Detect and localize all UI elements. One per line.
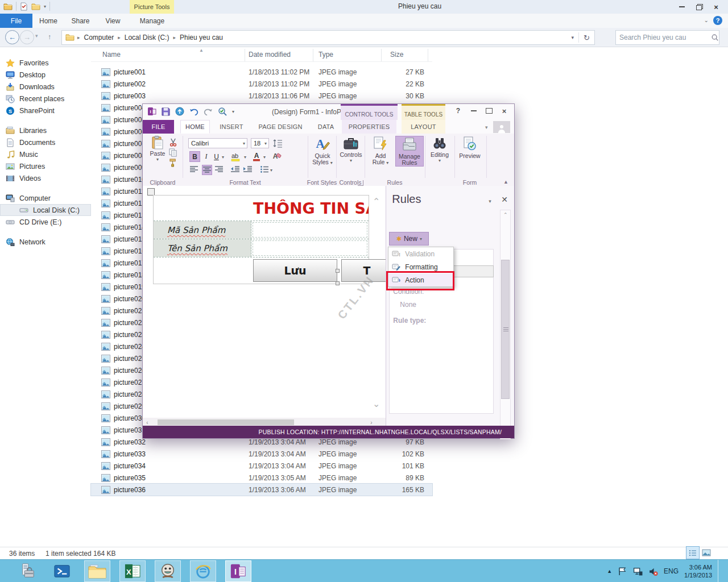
sidebar-item-network[interactable]: Network <box>0 236 91 248</box>
refresh-icon[interactable]: ↻ <box>579 34 594 42</box>
menu-item-validation[interactable]: ! Validation <box>388 247 453 260</box>
field-label-cell[interactable]: Tên Sản Phẩm <box>154 239 251 257</box>
tab-properties[interactable]: PROPERTIES <box>342 120 396 134</box>
preview-button[interactable]: Preview <box>457 136 483 159</box>
breadcrumb-local-disk[interactable]: Local Disk (C:) <box>122 34 172 41</box>
pane-scrollbar[interactable]: ⌃ ⌄ <box>500 210 511 439</box>
controls-button[interactable]: Controls▾ <box>338 136 363 163</box>
tab-file[interactable]: FILE <box>143 120 174 134</box>
taskbar-button-infopath[interactable]: I <box>225 560 251 582</box>
restore-button[interactable] <box>690 1 708 13</box>
tab-home[interactable]: Home <box>32 14 64 28</box>
quick-publish-icon[interactable] <box>175 107 184 116</box>
help-icon[interactable]: ? <box>450 105 466 117</box>
text-field[interactable] <box>253 240 367 256</box>
help-icon[interactable]: ? <box>713 16 722 25</box>
qat-customize-chevron-icon[interactable]: ▾ <box>44 4 46 9</box>
search-input[interactable] <box>616 34 711 41</box>
breadcrumb[interactable]: ▸ Computer ▸ Local Disk (C:) ▸ Phieu yeu… <box>61 30 595 45</box>
pane-close-icon[interactable]: ✕ <box>501 195 508 204</box>
tab-page-design[interactable]: PAGE DESIGN <box>254 120 307 134</box>
scrollbar-thumb[interactable] <box>158 419 294 425</box>
qat-customize-chevron-icon[interactable]: ▾ <box>232 109 234 114</box>
column-header-name[interactable]: Name <box>102 51 121 59</box>
decrease-indent-icon[interactable] <box>230 165 240 173</box>
tab-insert[interactable]: INSERT <box>216 120 247 134</box>
text-field[interactable] <box>253 222 367 238</box>
tab-layout[interactable]: LAYOUT <box>402 120 445 134</box>
sidebar-item-pictures[interactable]: Pictures <box>0 160 91 172</box>
new-folder-icon[interactable] <box>31 3 40 10</box>
breadcrumb-chevron-icon[interactable]: ▸ <box>76 35 82 40</box>
file-row[interactable]: picture0341/19/2013 3:04 AMJPEG image101… <box>91 460 432 472</box>
align-left-icon[interactable] <box>189 165 198 173</box>
underline-chevron-icon[interactable]: ▾ <box>222 155 224 160</box>
search-icon[interactable] <box>711 34 719 41</box>
search-box[interactable] <box>615 30 719 45</box>
save-icon[interactable] <box>162 107 170 116</box>
ribbon-options-chevron-icon[interactable]: ▾ <box>485 124 488 130</box>
picture-tools-contextual-tab[interactable]: Picture Tools <box>130 0 174 14</box>
taskbar-button-custom-app[interactable] <box>155 560 181 582</box>
sidebar-item-music[interactable]: Music <box>0 148 91 160</box>
file-row[interactable]: picture0331/19/2013 3:04 AMJPEG image102… <box>91 448 432 460</box>
column-header-size[interactable]: Size <box>390 51 403 59</box>
controls-dialog-launcher-icon[interactable] <box>358 180 363 186</box>
increase-indent-icon[interactable] <box>243 165 253 173</box>
explorer-app-icon[interactable] <box>3 2 13 10</box>
forward-button[interactable]: → <box>20 30 34 44</box>
breadcrumb-current-folder[interactable]: Phieu yeu cau <box>177 34 225 41</box>
close-button[interactable]: × <box>497 105 512 117</box>
form-design-canvas[interactable]: THÔNG TIN SẢN Mã Sản Phẩm Tên Sản Phẩm L… <box>143 186 386 427</box>
sidebar-item-local-disk-c-[interactable]: Local Disk (C:) <box>0 204 91 216</box>
sidebar-item-recent-places[interactable]: Recent places <box>0 93 91 105</box>
scroll-up-chevron-icon[interactable]: ⌃ <box>373 196 380 207</box>
align-center-button[interactable] <box>202 165 212 175</box>
minimize-button[interactable] <box>466 105 481 117</box>
taskbar-button-excel[interactable]: X <box>119 560 146 582</box>
quick-styles-button[interactable]: A Quick Styles ▾ <box>310 136 335 166</box>
infopath-app-icon[interactable]: I <box>147 107 156 116</box>
bullets-icon[interactable] <box>260 165 269 173</box>
underline-button[interactable]: U <box>211 151 222 162</box>
user-avatar[interactable] <box>493 121 510 133</box>
sidebar-item-libraries[interactable]: Libraries <box>0 124 91 136</box>
redo-icon[interactable] <box>204 107 213 115</box>
file-row[interactable]: picture0021/18/2013 11:02 PMJPEG image22… <box>91 78 432 90</box>
back-button[interactable]: ← <box>5 30 19 44</box>
design-checker-icon[interactable] <box>218 107 227 116</box>
line-spacing-icon[interactable] <box>272 139 283 148</box>
ribbon-expand-chevron-icon[interactable]: ⌄ <box>704 17 709 23</box>
form-title[interactable]: THÔNG TIN SẢN <box>154 199 369 217</box>
resize-handle[interactable] <box>336 269 340 273</box>
tab-data[interactable]: DATA <box>312 120 340 134</box>
column-header-date[interactable]: Date modified <box>249 51 291 59</box>
taskbar-button-powershell[interactable] <box>49 560 75 582</box>
scroll-right-icon[interactable]: › <box>367 419 376 426</box>
language-indicator[interactable]: ENG <box>664 567 679 575</box>
clock[interactable]: 3:06 AM 1/19/2013 <box>684 563 712 579</box>
italic-button[interactable]: I <box>201 151 212 162</box>
editing-button[interactable]: Editing▾ <box>427 136 452 163</box>
address-dropdown-chevron-icon[interactable]: ▾ <box>567 35 579 40</box>
copy-icon[interactable] <box>169 148 177 157</box>
taskbar-button-server-manager[interactable] <box>14 560 40 582</box>
scroll-down-chevron-icon[interactable]: ⌄ <box>373 398 380 409</box>
collapse-ribbon-chevron-icon[interactable]: ▲ <box>503 179 508 185</box>
scrollbar-thumb[interactable] <box>501 260 510 399</box>
file-row[interactable]: picture0031/18/2013 11:06 PMJPEG image30… <box>91 90 432 102</box>
taskbar-button-internet-explorer[interactable] <box>190 560 216 582</box>
maximize-button[interactable] <box>481 105 497 117</box>
column-header-type[interactable]: Type <box>318 51 333 59</box>
tab-manage[interactable]: Manage <box>129 14 175 28</box>
clear-formatting-icon[interactable]: A <box>272 152 282 161</box>
scroll-left-icon[interactable]: ‹ <box>143 419 152 426</box>
sidebar-item-favorites[interactable]: Favorites <box>0 57 91 69</box>
taskbar-button-file-explorer[interactable] <box>84 560 110 582</box>
scroll-up-icon[interactable]: ⌃ <box>500 210 510 219</box>
sidebar-item-computer[interactable]: Computer <box>0 192 91 204</box>
sidebar-item-downloads[interactable]: Downloads <box>0 81 91 93</box>
breadcrumb-chevron-icon[interactable]: ▸ <box>116 35 122 40</box>
field-label-cell[interactable]: Mã Sản Phẩm <box>154 221 251 239</box>
volume-muted-icon[interactable] <box>648 567 658 576</box>
